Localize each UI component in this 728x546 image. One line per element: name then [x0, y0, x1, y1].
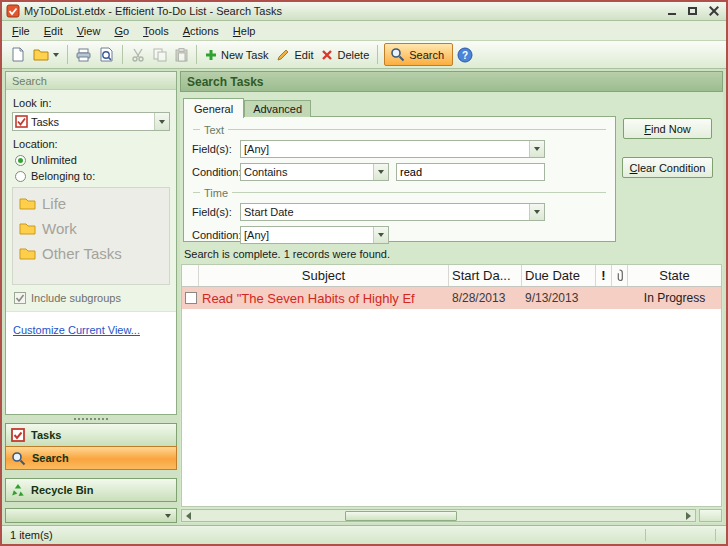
group-listbox[interactable]: Life Work Other Tasks [12, 187, 170, 285]
print-button[interactable] [72, 43, 95, 67]
column-header-priority[interactable]: ! [596, 265, 612, 286]
open-file-button[interactable] [29, 43, 63, 67]
print-preview-button[interactable] [95, 43, 118, 67]
maximize-button[interactable] [684, 5, 701, 18]
menu-actions[interactable]: Actions [176, 22, 226, 40]
menu-file[interactable]: File [5, 22, 37, 40]
text-fields-label: Field(s): [192, 143, 240, 155]
folder-label: Other Tasks [42, 245, 122, 262]
help-button[interactable]: ? [453, 43, 477, 67]
search-criteria-panel: Search Look in: Tasks Location: Unlimite… [5, 71, 177, 415]
recycle-bin-icon [11, 483, 25, 497]
sidebar: Search Look in: Tasks Location: Unlimite… [2, 69, 179, 525]
tab-advanced[interactable]: Advanced [244, 100, 311, 117]
look-in-combo[interactable]: Tasks [12, 112, 170, 131]
cell-attachment [612, 287, 628, 309]
close-icon [709, 6, 719, 16]
window-title: MyToDoList.etdx - Efficient To-Do List -… [24, 5, 659, 17]
list-item[interactable]: Life [15, 191, 167, 216]
radio-unlimited-label: Unlimited [31, 154, 77, 166]
clear-condition-button[interactable]: Clear Condition [622, 157, 713, 178]
nav-search-label: Search [32, 452, 69, 464]
tab-general[interactable]: General [183, 98, 244, 118]
edit-task-button[interactable]: Edit [272, 43, 317, 67]
navpane-configure-bar[interactable] [5, 508, 177, 523]
nav-item-recycle-bin[interactable]: Recycle Bin [5, 478, 177, 502]
time-fields-value: Start Date [241, 206, 529, 218]
chevron-down-icon[interactable] [373, 227, 388, 243]
column-header-due-date[interactable]: Due Date [522, 265, 596, 286]
chevron-down-icon[interactable] [154, 113, 169, 130]
toolbar: New Task Edit Delete Search ? [2, 41, 726, 69]
item-count-text: 1 item(s) [10, 529, 53, 541]
chevron-down-icon [53, 53, 59, 57]
paste-button[interactable] [171, 43, 192, 67]
sidebar-lower-area: Customize Current View... [6, 311, 176, 414]
tab-strip: General Advanced [183, 96, 311, 117]
delete-task-button[interactable]: Delete [317, 43, 373, 67]
text-fields-combo[interactable]: [Any] [240, 140, 545, 158]
text-condition-combo[interactable]: Contains [240, 163, 389, 181]
search-toolbar-button[interactable]: Search [384, 43, 453, 66]
scrollbar-thumb[interactable] [345, 511, 457, 521]
menu-edit[interactable]: Edit [37, 22, 70, 40]
time-fields-row: Field(s): Start Date [192, 203, 607, 221]
text-group-legend: Text [193, 123, 606, 136]
location-label: Location: [13, 138, 170, 150]
tasks-icon [15, 115, 28, 128]
chevron-down-icon[interactable] [529, 141, 544, 157]
menu-view[interactable]: View [70, 22, 108, 40]
chevron-down-icon[interactable] [529, 204, 544, 220]
radio-unlimited[interactable]: Unlimited [15, 154, 170, 166]
scroll-right-arrow[interactable] [682, 510, 695, 521]
new-task-button[interactable]: New Task [201, 43, 272, 67]
sidebar-panel-body: Look in: Tasks Location: Unlimited Belon… [6, 90, 176, 311]
customize-view-link[interactable]: Customize Current View... [13, 324, 140, 336]
nav-recycle-label: Recycle Bin [31, 484, 93, 496]
cell-start-date: 8/28/2013 [449, 287, 522, 309]
time-fields-combo[interactable]: Start Date [240, 203, 545, 221]
text-fields-value: [Any] [241, 143, 529, 155]
close-button[interactable] [705, 5, 722, 18]
time-condition-combo[interactable]: [Any] [240, 226, 389, 244]
radio-unselected-icon [15, 171, 26, 182]
select-column-header[interactable] [182, 265, 199, 286]
cut-button[interactable] [127, 43, 149, 67]
copy-button[interactable] [149, 43, 171, 67]
menu-tools[interactable]: Tools [136, 22, 176, 40]
radio-belonging-to[interactable]: Belonging to: [15, 170, 170, 182]
list-item[interactable]: Work [15, 216, 167, 241]
open-folder-icon [33, 48, 49, 61]
find-now-button[interactable]: Find Now [623, 118, 712, 139]
navpane-splitter-handle[interactable] [5, 415, 177, 423]
column-header-subject[interactable]: Subject [199, 265, 449, 286]
nav-item-tasks[interactable]: Tasks [5, 423, 177, 447]
result-status-text: Search is complete. 1 records were found… [184, 248, 390, 260]
cell-state: In Progress [628, 287, 721, 309]
list-item[interactable]: Other Tasks [15, 241, 167, 266]
checkbox-checked-icon [14, 292, 26, 304]
include-subgroups-checkbox[interactable]: Include subgroups [14, 292, 170, 304]
nav-item-search[interactable]: Search [5, 446, 177, 470]
table-header-row: Subject Start Da... Due Date ! State [182, 265, 721, 287]
look-in-label: Look in: [13, 97, 170, 109]
new-file-button[interactable] [6, 43, 29, 67]
toolbar-separator [122, 45, 123, 64]
row-checkbox[interactable] [185, 292, 197, 304]
keyword-input[interactable] [396, 163, 545, 181]
menu-go[interactable]: Go [107, 22, 136, 40]
chevron-down-icon[interactable] [373, 164, 388, 180]
table-row[interactable]: Read "The Seven Habits of Highly Ef 8/28… [182, 287, 721, 309]
search-icon [390, 47, 405, 62]
page-title: Search Tasks [180, 71, 723, 92]
scroll-left-arrow[interactable] [182, 510, 195, 521]
menu-help[interactable]: Help [226, 22, 263, 40]
look-in-value: Tasks [28, 116, 154, 128]
column-header-state[interactable]: State [628, 265, 721, 286]
minimize-button[interactable] [663, 5, 680, 18]
radio-belonging-label: Belonging to: [31, 170, 95, 182]
horizontal-scrollbar[interactable] [181, 509, 696, 522]
text-condition-value: Contains [241, 166, 373, 178]
column-header-start-date[interactable]: Start Da... [449, 265, 522, 286]
column-header-attachment[interactable] [612, 265, 628, 286]
